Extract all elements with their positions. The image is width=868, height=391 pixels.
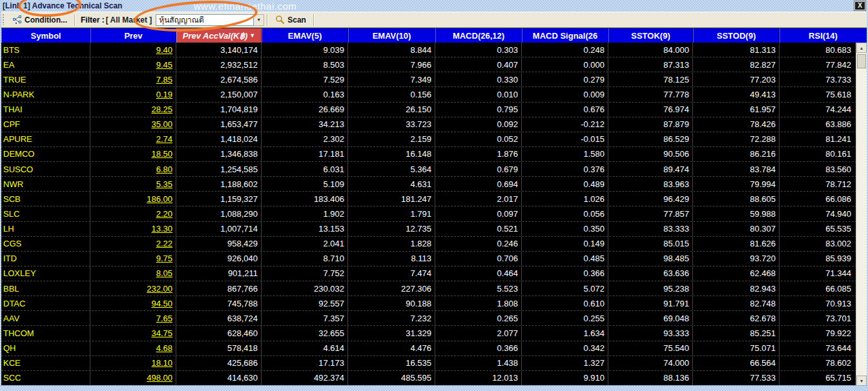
symbol-cell: THCOM <box>1 326 90 340</box>
prev-price-link[interactable]: 2.22 <box>156 239 172 248</box>
value-cell: 0.097 <box>435 206 522 221</box>
filter-scope-value: [ All Market ] <box>106 15 152 25</box>
scan-button[interactable]: Scan <box>271 13 311 26</box>
prev-price-link[interactable]: 498.00 <box>147 373 172 383</box>
scroll-down-button[interactable]: ▼ <box>856 376 867 386</box>
prev-price-cell: 35.00 <box>90 117 176 132</box>
prev-price-cell: 4.68 <box>90 341 176 356</box>
prev-price-link[interactable]: 2.20 <box>156 209 172 219</box>
table-row: BTS9.403,140,1749.0398.8440.3030.24884.0… <box>1 43 867 57</box>
prev-price-link[interactable]: 4.68 <box>156 343 172 353</box>
toolbar-separator <box>267 14 268 26</box>
value-cell: 3,140,174 <box>176 43 262 57</box>
prev-price-link[interactable]: 35.00 <box>151 119 172 129</box>
value-cell: 0.407 <box>435 57 522 72</box>
value-cell: 9.039 <box>262 43 348 57</box>
column-header-macd-signal-26[interactable]: MACD Signal(26 <box>522 28 608 43</box>
value-cell: 95.238 <box>608 281 693 296</box>
column-header-prev[interactable]: Prev <box>90 28 176 43</box>
value-cell: 0.366 <box>522 266 608 281</box>
close-button[interactable]: X <box>854 1 865 10</box>
column-header-rsi-14[interactable]: RSI(14) <box>780 28 867 43</box>
app-window: [Link 1] Advance Technical Scan www.efin… <box>0 0 868 391</box>
prev-price-link[interactable]: 18.50 <box>151 149 172 159</box>
value-cell: 0.679 <box>435 162 522 176</box>
prev-price-cell: 2.22 <box>90 237 176 251</box>
value-cell: 86.216 <box>693 147 780 161</box>
table-row: TRUE7.852,674,5867.5297.3490.3300.27978.… <box>1 72 867 87</box>
value-cell: 83.560 <box>780 162 867 176</box>
prev-price-link[interactable]: 2.74 <box>156 134 172 144</box>
prev-price-link[interactable]: 0.19 <box>156 90 172 99</box>
value-cell: 32.655 <box>262 326 348 340</box>
value-cell: 0.350 <box>522 222 608 236</box>
symbol-cell: LH <box>1 222 90 236</box>
value-cell: 86.529 <box>608 132 693 146</box>
symbol-cell: SUSCO <box>1 162 90 176</box>
prev-price-link[interactable]: 94.50 <box>151 299 172 308</box>
column-header-label: SSTOK(9) <box>631 31 670 41</box>
column-header-emav-5[interactable]: EMAV(5) <box>262 28 348 43</box>
value-cell: 75.618 <box>780 87 867 101</box>
prev-price-cell: 0.19 <box>90 87 176 101</box>
value-cell: 1.828 <box>348 237 435 251</box>
value-cell: 16.148 <box>348 147 435 161</box>
condition-button[interactable]: Condition... <box>8 13 72 26</box>
value-cell: 1.438 <box>435 356 522 370</box>
symbol-cell: TRUE <box>1 72 90 86</box>
toolbar-grip-handle[interactable] <box>2 14 5 25</box>
value-cell: 2,150,007 <box>176 87 262 101</box>
value-cell: 66.086 <box>780 192 867 206</box>
column-header-emav-10[interactable]: EMAV(10) <box>348 28 435 43</box>
prev-price-link[interactable]: 28.25 <box>151 105 172 114</box>
value-cell: 0.279 <box>522 72 608 86</box>
value-cell: 81.241 <box>780 132 867 146</box>
prev-price-link[interactable]: 13.30 <box>151 224 172 234</box>
prev-price-cell: 9.45 <box>90 57 176 72</box>
prev-price-link[interactable]: 9.45 <box>156 60 172 70</box>
table-row: KCE18.10425,68617.17316.5351.4381.32774.… <box>1 356 867 371</box>
chevron-down-icon[interactable]: ▼ <box>254 14 264 26</box>
scrollbar-thumb[interactable] <box>857 54 866 68</box>
scroll-up-button[interactable]: ▲ <box>856 43 867 53</box>
value-cell: 2.017 <box>435 192 522 206</box>
vertical-scrollbar[interactable]: ▲ ▼ <box>856 43 867 386</box>
value-cell: 0.366 <box>435 341 522 356</box>
value-cell: 1.902 <box>262 206 348 221</box>
value-cell: 62.678 <box>693 311 780 325</box>
value-cell: 0.163 <box>262 87 348 101</box>
value-cell: 65.715 <box>780 371 867 385</box>
prev-price-link[interactable]: 7.65 <box>156 314 172 323</box>
column-header-macd-26-12[interactable]: MACD(26,12) <box>435 28 522 43</box>
value-cell: 4.614 <box>262 341 348 356</box>
value-cell: 93.333 <box>608 326 693 340</box>
value-cell: 7.752 <box>262 266 348 281</box>
prev-price-link[interactable]: 5.35 <box>156 179 172 189</box>
table-row: NWR5.351,188,6025.1094.6310.6940.48983.9… <box>1 177 867 192</box>
prev-price-link[interactable]: 186.00 <box>147 194 172 204</box>
scan-preset-dropdown[interactable]: หุ้นสัญญาณดี ▼ <box>156 14 264 26</box>
prev-price-link[interactable]: 34.75 <box>151 328 172 338</box>
scan-preset-value[interactable]: หุ้นสัญญาณดี <box>156 14 254 26</box>
column-header-label: Symbol <box>31 31 61 41</box>
prev-price-link[interactable]: 9.40 <box>156 45 172 55</box>
prev-price-cell: 186.00 <box>90 192 176 206</box>
column-header-label: EMAV(10) <box>373 31 411 41</box>
column-header-symbol[interactable]: Symbol <box>1 28 90 43</box>
prev-price-cell: 7.65 <box>90 311 176 325</box>
prev-price-link[interactable]: 18.10 <box>151 358 172 368</box>
prev-price-link[interactable]: 232.00 <box>147 284 172 294</box>
column-header-prev-accval-k[interactable]: Prev AccVal(K฿)▼ <box>176 28 262 43</box>
column-header-sstok-9[interactable]: SSTOK(9) <box>608 28 693 43</box>
value-cell: 82.827 <box>693 57 780 72</box>
value-cell: 0.795 <box>435 103 522 117</box>
prev-price-link[interactable]: 9.75 <box>156 254 172 263</box>
column-header-sstod-9[interactable]: SSTOD(9) <box>693 28 780 43</box>
value-cell: 90.506 <box>608 147 693 161</box>
value-cell: 26.150 <box>348 103 435 117</box>
value-cell: 7.357 <box>262 311 348 325</box>
prev-price-link[interactable]: 8.05 <box>156 268 172 278</box>
value-cell: 0.521 <box>435 222 522 236</box>
prev-price-link[interactable]: 7.85 <box>156 75 172 85</box>
prev-price-link[interactable]: 6.80 <box>156 165 172 174</box>
